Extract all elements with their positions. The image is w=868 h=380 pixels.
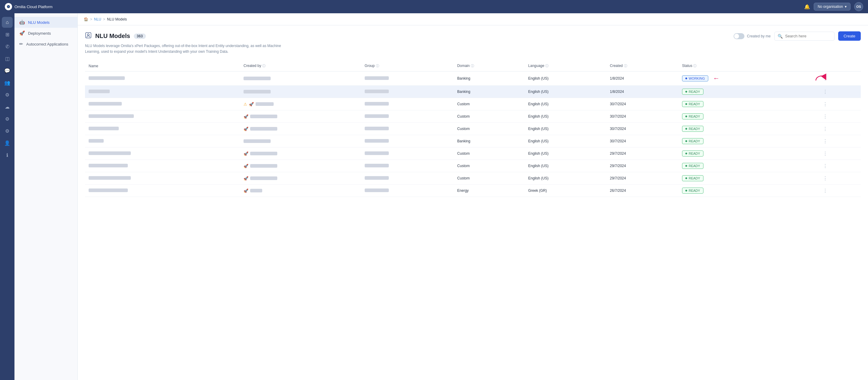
table-row[interactable]: █████████████████████████████████Banking…	[85, 86, 861, 98]
sidebar-settings-icon[interactable]: ⚙	[2, 89, 13, 100]
user-avatar[interactable]: OS	[854, 2, 863, 11]
group-blurred: ███████████	[365, 176, 389, 180]
sidebar-item-deployments[interactable]: 🚀 Deployments	[14, 28, 78, 38]
status-badge: READY	[682, 138, 704, 144]
cell-created-by: ⚠🚀████████	[240, 98, 361, 110]
status-dot-ready	[685, 153, 687, 154]
sidebar-item-nlu-models[interactable]: 🤖 NLU Models	[14, 17, 78, 28]
more-options-button[interactable]: ⋮	[822, 138, 829, 145]
breadcrumb-nlu-link[interactable]: NLU	[94, 17, 101, 22]
cell-name: █████████████████████	[85, 110, 240, 123]
sidebar-gear-icon[interactable]: ⚙	[2, 113, 13, 124]
cell-created-by: ████████████	[240, 86, 361, 98]
cell-name: ████████████████████	[85, 147, 240, 160]
name-blurred: ███████████████	[89, 102, 122, 106]
status-dot-ready	[685, 103, 687, 105]
col-domain-info-icon[interactable]: ⓘ	[471, 64, 474, 67]
create-button[interactable]: Create	[838, 31, 861, 41]
group-blurred: ███████████	[365, 76, 389, 80]
table-row[interactable]: ██████████████████🚀████████████████Energ…	[85, 184, 861, 197]
table-row[interactable]: ██████████████████🚀█████████████████████…	[85, 160, 861, 172]
cell-name: ████████████████████	[85, 172, 240, 184]
cell-status: READY	[678, 135, 818, 147]
cell-created-by: 🚀████████████	[240, 147, 361, 160]
table-row[interactable]: ████████████████████████████████████████…	[85, 71, 861, 86]
cell-name: ██████████████	[85, 123, 240, 135]
status-dot-ready	[685, 140, 687, 142]
cell-group: ███████████	[361, 98, 454, 110]
cell-name: ███████████████	[85, 98, 240, 110]
status-dot-ready	[685, 91, 687, 93]
name-blurred: ██████████████████	[89, 188, 128, 192]
more-options-button[interactable]: ⋮	[822, 175, 829, 182]
more-options-button[interactable]: ⋮	[822, 113, 829, 120]
cell-name: █████████████████	[85, 71, 240, 86]
org-selector[interactable]: No organisation ▾	[814, 3, 850, 10]
created-by-me-toggle[interactable]	[734, 33, 744, 39]
sidebar-grid-icon[interactable]: ⊞	[2, 29, 13, 40]
more-options-button[interactable]: ⋮	[822, 88, 829, 96]
sidebar-settings2-icon[interactable]: ⚙	[2, 125, 13, 136]
status-badge: READY	[682, 101, 704, 107]
rocket-icon: 🚀	[244, 176, 248, 181]
cell-status: WORKING←	[678, 71, 818, 86]
chevron-down-icon: ▾	[845, 4, 846, 9]
table-row[interactable]: ███████████████⚠🚀███████████████████Cust…	[85, 98, 861, 110]
table-row[interactable]: ██████████████████████████████BankingEng…	[85, 135, 861, 147]
breadcrumb: 🏠 > NLU > NLU Models	[78, 13, 868, 25]
notifications-bell[interactable]: 🔔	[804, 4, 810, 10]
cell-created-by: 🚀████████████	[240, 123, 361, 135]
cell-status: READY	[678, 123, 818, 135]
sidebar-home-icon[interactable]: ⌂	[2, 17, 13, 28]
more-options-button[interactable]: ⋮	[822, 187, 829, 195]
table-header-row: Name Created by ⓘ Group ⓘ Domain ⓘ Langu…	[85, 61, 861, 71]
sidebar-cloud-icon[interactable]: ☁	[2, 101, 13, 112]
name-blurred: █████████████████	[89, 76, 125, 80]
col-language-info-icon[interactable]: ⓘ	[545, 64, 549, 67]
sidebar-person-icon[interactable]: 👤	[2, 138, 13, 148]
table-row[interactable]: ████████████████████🚀███████████████████…	[85, 147, 861, 160]
sidebar-info-icon[interactable]: ℹ	[2, 150, 13, 160]
cell-created-by: ████████████	[240, 71, 361, 86]
cell-created-by: 🚀████████████	[240, 160, 361, 172]
cell-name: ██████████████████	[85, 184, 240, 197]
breadcrumb-home-icon[interactable]: 🏠	[84, 17, 88, 22]
cell-language: English (US)	[525, 160, 607, 172]
table-row[interactable]: █████████████████████🚀██████████████████…	[85, 110, 861, 123]
group-blurred: ███████████	[365, 164, 389, 167]
name-blurred: ████████████████████	[89, 151, 131, 155]
sidebar-phone-icon[interactable]: ✆	[2, 41, 13, 52]
col-group-info-icon[interactable]: ⓘ	[376, 64, 379, 67]
sidebar-chat-icon[interactable]: 💬	[2, 65, 13, 76]
status-dot-ready	[685, 116, 687, 117]
sidebar-item-autocorrect[interactable]: ✏ Autocorrect Applications	[14, 38, 78, 50]
col-created: Created ⓘ	[607, 61, 678, 71]
cell-group: ███████████	[361, 160, 454, 172]
cell-created-date: 26/7/2024	[607, 184, 678, 197]
app-logo[interactable]: Omilia Cloud Platform	[5, 3, 53, 10]
cell-more-actions: ⋮	[818, 147, 861, 160]
col-status-info-icon[interactable]: ⓘ	[693, 64, 696, 67]
more-options-button[interactable]: ⋮	[822, 125, 829, 133]
breadcrumb-sep1: >	[90, 17, 92, 22]
left-navigation: 🤖 NLU Models 🚀 Deployments ✏ Autocorrect…	[14, 13, 78, 380]
model-count-badge: 363	[134, 33, 146, 39]
sidebar-users-icon[interactable]: 👥	[2, 77, 13, 88]
sidebar-icons: ⌂ ⊞ ✆ ◫ 💬 👥 ⚙ ☁ ⚙ ⚙ 👤 ℹ	[0, 13, 14, 380]
table-row[interactable]: ██████████████🚀███████████████████████Cu…	[85, 123, 861, 135]
sidebar-layers-icon[interactable]: ◫	[2, 53, 13, 64]
search-input[interactable]	[785, 34, 827, 38]
more-options-button[interactable]: ⋮	[822, 100, 829, 108]
nlu-models-table: Name Created by ⓘ Group ⓘ Domain ⓘ Langu…	[85, 61, 861, 197]
cell-status: READY	[678, 184, 818, 197]
cell-created-by: ████████████	[240, 135, 361, 147]
cell-more-actions: ⋮	[818, 172, 861, 184]
col-created-by-info-icon[interactable]: ⓘ	[262, 64, 266, 67]
more-options-button[interactable]: ⋮	[822, 150, 829, 157]
col-created-info-icon[interactable]: ⓘ	[624, 64, 627, 67]
cell-created-date: 1/8/2024	[607, 71, 678, 86]
more-options-button[interactable]: ⋮	[822, 162, 829, 170]
table-row[interactable]: ████████████████████🚀███████████████████…	[85, 172, 861, 184]
cell-domain: Custom	[454, 160, 524, 172]
breadcrumb-sep2: >	[103, 17, 105, 22]
